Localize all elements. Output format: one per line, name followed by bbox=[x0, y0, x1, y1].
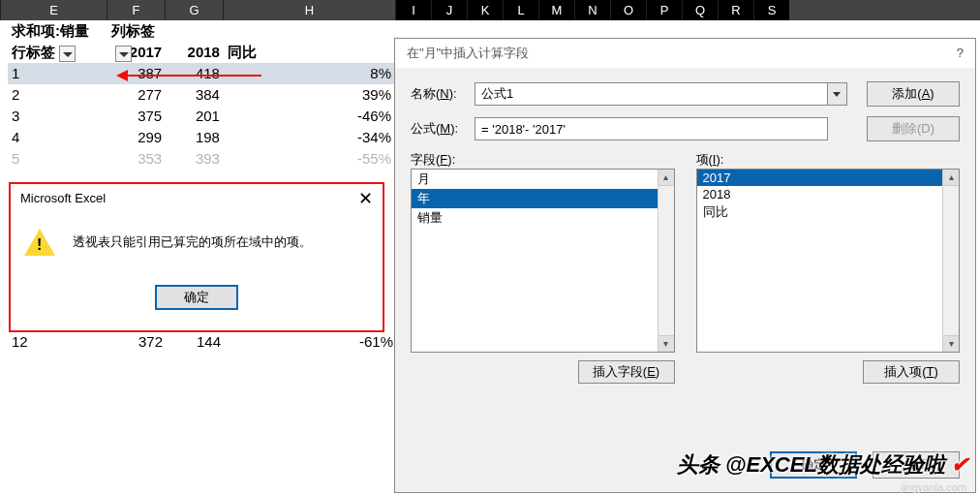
name-field[interactable] bbox=[475, 82, 828, 106]
error-dialog: Microsoft Excel ✕ 透视表只能引用已算完的项所在域中的项。 确定 bbox=[9, 182, 384, 332]
table-row[interactable]: 1 387 418 8% bbox=[8, 63, 395, 84]
name-label: 名称(N): bbox=[411, 85, 475, 103]
col-header[interactable]: J bbox=[431, 0, 467, 20]
table-row[interactable]: 3 375 201 -46% bbox=[8, 106, 395, 127]
pivot-row-labels: 行标签 bbox=[8, 42, 107, 63]
formula-field[interactable] bbox=[475, 117, 828, 140]
pivot-col-2018: 2018 bbox=[166, 42, 224, 63]
insert-calculated-field-dialog: 在"月"中插入计算字段 ? 名称(N): 添加(A) 公式(M): 删除(D) … bbox=[394, 38, 976, 493]
warning-icon bbox=[24, 229, 55, 256]
dropdown-icon[interactable] bbox=[115, 46, 132, 62]
col-header[interactable]: E bbox=[0, 0, 107, 20]
scrollbar[interactable]: ▴▾ bbox=[658, 170, 674, 352]
col-header[interactable]: M bbox=[538, 0, 574, 20]
dialog-title: Microsoft Excel bbox=[20, 184, 106, 213]
watermark-sub: jingyanla.com bbox=[902, 481, 966, 493]
error-text: 透视表只能引用已算完的项所在域中的项。 bbox=[73, 233, 312, 251]
ok-button[interactable]: 确定 bbox=[155, 285, 238, 310]
fields-label: 字段(F): bbox=[411, 151, 675, 169]
formula-label: 公式(M): bbox=[411, 120, 475, 138]
column-header-strip: E F G H I J K L M N O P Q R S bbox=[0, 0, 980, 20]
selected-cell[interactable]: 1 bbox=[8, 63, 107, 84]
table-row[interactable]: 12 372 144 -61% bbox=[8, 333, 397, 350]
table-row[interactable]: 2 277 384 39% bbox=[8, 84, 395, 106]
col-header[interactable]: O bbox=[610, 0, 646, 20]
watermark: 头条 @EXCEL数据处经验啦 ✔ bbox=[677, 450, 968, 480]
insert-field-button[interactable]: 插入字段(E) bbox=[578, 360, 675, 384]
add-button[interactable]: 添加(A) bbox=[867, 81, 960, 107]
close-icon[interactable]: ✕ bbox=[358, 184, 373, 213]
list-item[interactable]: 年 bbox=[412, 189, 674, 208]
col-header[interactable]: L bbox=[503, 0, 538, 20]
dropdown-icon[interactable] bbox=[828, 82, 847, 106]
table-row[interactable]: 4 299 198 -34% bbox=[8, 127, 395, 148]
fields-listbox[interactable]: 月 年 销量 ▴▾ bbox=[411, 169, 675, 353]
col-header[interactable]: R bbox=[718, 0, 753, 20]
pivot-measure-label: 求和项:销量 bbox=[8, 20, 107, 42]
list-item[interactable]: 月 bbox=[412, 170, 674, 189]
col-header[interactable]: N bbox=[574, 0, 610, 20]
annotation-arrow bbox=[126, 75, 261, 77]
pivot-col-ratio: 同比 bbox=[224, 42, 395, 63]
col-header[interactable]: P bbox=[646, 0, 682, 20]
col-header[interactable]: H bbox=[223, 0, 395, 20]
list-item[interactable]: 2017 bbox=[697, 170, 960, 186]
help-icon[interactable]: ? bbox=[957, 39, 964, 68]
list-item[interactable]: 同比 bbox=[697, 202, 960, 222]
items-listbox[interactable]: 2017 2018 同比 ▴▾ bbox=[696, 169, 961, 353]
col-header[interactable]: Q bbox=[682, 0, 718, 20]
delete-button: 删除(D) bbox=[867, 116, 960, 141]
pivot-table: 求和项:销量 列标签 行标签 2017 2018 同比 1 387 418 8%… bbox=[8, 20, 395, 170]
dialog-title: 在"月"中插入计算字段 bbox=[407, 39, 529, 68]
list-item[interactable]: 销量 bbox=[412, 208, 674, 228]
list-item[interactable]: 2018 bbox=[697, 186, 960, 202]
col-header[interactable]: K bbox=[467, 0, 503, 20]
col-header[interactable]: S bbox=[753, 0, 789, 20]
dropdown-icon[interactable] bbox=[59, 46, 76, 62]
col-header[interactable]: G bbox=[165, 0, 223, 20]
items-label: 项(I): bbox=[696, 151, 961, 169]
insert-item-button[interactable]: 插入项(T) bbox=[863, 360, 960, 384]
table-row[interactable]: 5 353 393 -55% bbox=[8, 148, 395, 170]
col-header[interactable]: F bbox=[107, 0, 165, 20]
scrollbar[interactable]: ▴▾ bbox=[942, 170, 959, 352]
col-header[interactable]: I bbox=[395, 0, 431, 20]
pivot-col-labels: 列标签 bbox=[107, 20, 166, 42]
